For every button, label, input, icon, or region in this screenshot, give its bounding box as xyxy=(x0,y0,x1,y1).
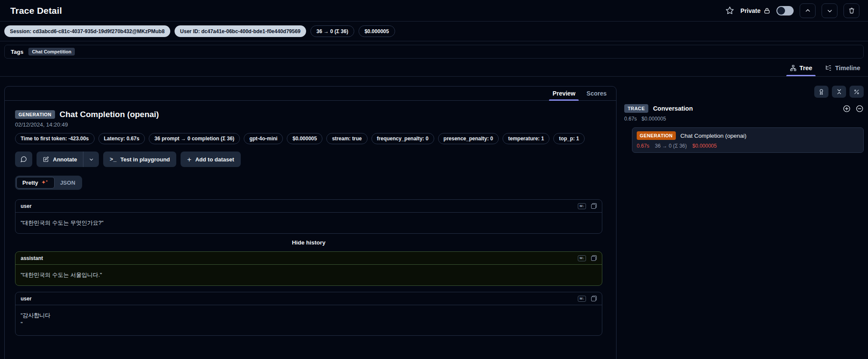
observation-item-title: Chat Completion (openai) xyxy=(681,133,747,139)
timeline-icon xyxy=(825,65,832,71)
plus-icon: + xyxy=(187,156,191,163)
observation-title-row: GENERATION Chat Completion (openai) xyxy=(15,110,602,119)
message-content: "대한민국의 수도는 서울입니다." xyxy=(15,265,602,285)
actions-row: Annotate >_ Test in playground + Add to … xyxy=(15,152,602,167)
trace-name: Conversation xyxy=(653,105,693,112)
trace-meta-row: Session: cd3abcd6-c81c-4037-935d-19d9f27… xyxy=(0,22,868,41)
token-usage-badge: 36 → 0 (Σ 36) xyxy=(310,25,354,37)
observation-type-badge: GENERATION xyxy=(15,110,55,119)
add-to-dataset-button[interactable]: + Add to dataset xyxy=(181,152,240,167)
hide-history-button[interactable]: Hide history xyxy=(15,239,602,246)
annotate-dropdown-button[interactable] xyxy=(83,152,99,167)
prev-observation-button[interactable] xyxy=(800,3,816,18)
markdown-toggle-icon[interactable]: M↓ xyxy=(578,255,586,261)
message-assistant: assistant M↓ "대한민국의 수도는 서울입니다." xyxy=(15,251,602,286)
message-role: user xyxy=(21,296,31,302)
tags-bar: Tags Chat Competition xyxy=(4,45,864,59)
next-observation-button[interactable] xyxy=(822,3,837,18)
sparkles-icon: ✦✦ xyxy=(41,179,49,186)
tab-scores-label: Scores xyxy=(586,90,607,97)
privacy-status: Private xyxy=(740,7,770,14)
view-tabs: Tree Timeline xyxy=(0,59,868,77)
trace-cost: $0.000005 xyxy=(641,116,666,122)
copy-icon[interactable] xyxy=(591,255,597,261)
format-json-button[interactable]: JSON xyxy=(55,177,81,189)
tag-chip[interactable]: Chat Competition xyxy=(28,48,75,56)
annotate-label: Annotate xyxy=(53,156,77,163)
star-icon[interactable] xyxy=(725,6,734,15)
delete-trace-button[interactable] xyxy=(843,3,859,18)
expand-all-icon[interactable] xyxy=(843,105,851,113)
lock-icon xyxy=(764,7,770,14)
tab-scores[interactable]: Scores xyxy=(586,87,607,100)
markdown-toggle-icon[interactable]: M↓ xyxy=(578,203,586,209)
tab-timeline-label: Timeline xyxy=(835,65,860,71)
annotate-button[interactable]: Annotate xyxy=(37,152,83,167)
generation-type-badge: GENERATION xyxy=(637,131,676,140)
metric-badge: gpt-4o-mini xyxy=(244,133,283,144)
message-user-2: user M↓ "감사합니다 " xyxy=(15,292,602,336)
metric-badges: Time to first token: -423.00s Latency: 0… xyxy=(15,133,587,144)
message-role: user xyxy=(21,203,31,209)
trace-root-row[interactable]: TRACE Conversation xyxy=(624,104,864,113)
copy-icon[interactable] xyxy=(591,296,597,301)
observation-latency: 0.67s xyxy=(637,143,649,149)
sidebar-toolbar xyxy=(624,86,864,98)
pretty-label: Pretty xyxy=(22,180,38,186)
observation-item-header: GENERATION Chat Completion (openai) xyxy=(637,131,859,140)
metric-badge: temperature: 1 xyxy=(503,133,549,144)
session-badge[interactable]: Session: cd3abcd6-c81c-4037-935d-19d9f27… xyxy=(4,25,170,37)
playground-label: Test in playground xyxy=(120,156,170,163)
preview-tab-underline xyxy=(549,99,579,101)
metrics-percent-button[interactable] xyxy=(850,86,864,98)
observation-tokens: 36 → 0 (Σ 36) xyxy=(655,143,687,149)
message-header: user M↓ xyxy=(15,200,602,213)
observation-panel: Preview Scores GENERATION Chat Completio… xyxy=(4,86,616,359)
metric-badge: presence_penalty: 0 xyxy=(438,133,499,144)
markdown-toggle-icon[interactable]: M↓ xyxy=(578,296,586,302)
json-label: JSON xyxy=(60,180,75,186)
panel-tabs: Preview Scores xyxy=(5,87,616,101)
scores-award-button[interactable] xyxy=(814,86,828,98)
metric-badge: Time to first token: -423.00s xyxy=(15,133,95,144)
message-header: assistant M↓ xyxy=(15,252,602,265)
page-title: Trace Detail xyxy=(10,6,62,16)
chat-messages: user M↓ "대한민국의 수도는 무엇인가요?" Hide history … xyxy=(15,199,602,336)
observation-title: Chat Completion (openai) xyxy=(60,110,159,119)
message-tools: M↓ xyxy=(578,255,597,261)
message-content: "감사합니다 " xyxy=(15,305,602,335)
panel-body: GENERATION Chat Completion (openai) 02/1… xyxy=(5,101,616,346)
trace-tree-sidebar: TRACE Conversation 0.67s $0.000005 GENER… xyxy=(624,86,864,153)
page-header: Trace Detail Private xyxy=(0,0,868,22)
comments-button[interactable] xyxy=(15,152,32,167)
user-id-badge[interactable]: User ID: dc47a41e-06bc-400d-bde1-f0e440d… xyxy=(175,25,306,37)
message-content: "대한민국의 수도는 무엇인가요?" xyxy=(15,213,602,233)
privacy-label: Private xyxy=(740,7,761,14)
metric-badge: top_p: 1 xyxy=(553,133,585,144)
observation-item-stats: 0.67s 36 → 0 (Σ 36) $0.000005 xyxy=(637,143,859,149)
tags-label: Tags xyxy=(11,49,23,55)
test-in-playground-button[interactable]: >_ Test in playground xyxy=(103,152,176,167)
tab-preview-label: Preview xyxy=(552,90,575,97)
tree-icon xyxy=(790,65,797,71)
tab-preview[interactable]: Preview xyxy=(552,87,575,100)
observation-cost: $0.000005 xyxy=(692,143,717,149)
annotate-split-button: Annotate xyxy=(37,152,99,167)
tab-timeline[interactable]: Timeline xyxy=(824,59,861,76)
add-to-dataset-label: Add to dataset xyxy=(195,156,234,163)
content-area: Preview Scores GENERATION Chat Completio… xyxy=(0,79,868,359)
copy-icon[interactable] xyxy=(591,203,597,209)
tab-tree[interactable]: Tree xyxy=(789,59,813,76)
collapse-all-icon[interactable] xyxy=(856,105,864,113)
message-role: assistant xyxy=(21,255,43,261)
collapse-tree-button[interactable] xyxy=(832,86,846,98)
observation-tree-item[interactable]: GENERATION Chat Completion (openai) 0.67… xyxy=(632,127,864,153)
header-actions: Private xyxy=(725,3,859,18)
message-tools: M↓ xyxy=(578,203,597,209)
metric-badge: stream: true xyxy=(326,133,367,144)
trace-stats: 0.67s $0.000005 xyxy=(624,116,864,122)
observation-timestamp: 02/12/2024, 14:20:49 xyxy=(15,121,602,128)
format-pretty-button[interactable]: Pretty ✦✦ xyxy=(16,177,55,189)
message-header: user M↓ xyxy=(15,292,602,305)
public-toggle[interactable] xyxy=(776,6,794,15)
